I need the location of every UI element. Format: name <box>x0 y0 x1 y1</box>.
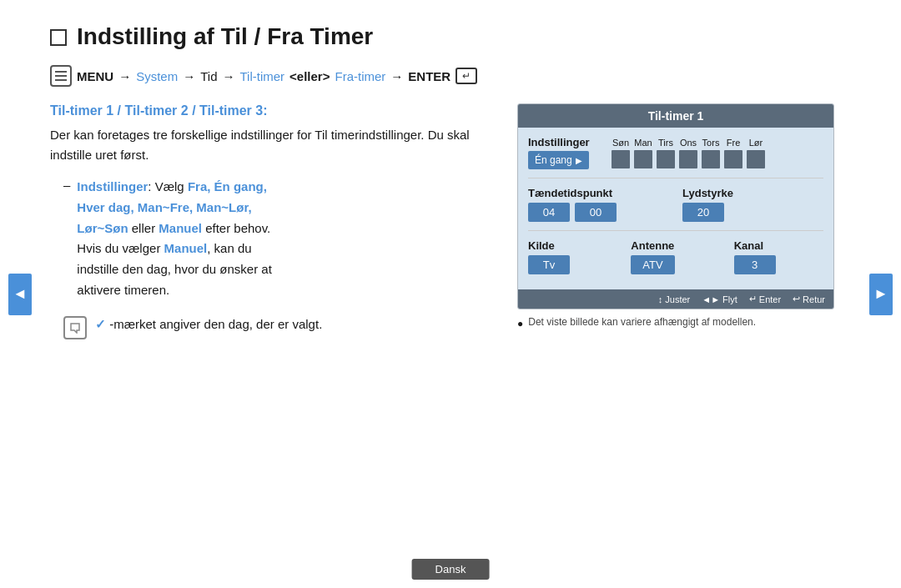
menu-icon <box>50 65 72 87</box>
day-lor: Lør <box>747 138 765 168</box>
tid-link: Tid <box>200 69 217 83</box>
lydstyrke-label: Lydstyrke <box>682 187 823 199</box>
taendet-hour-btn[interactable]: 04 <box>528 203 570 222</box>
arrow4: → <box>390 69 403 83</box>
svg-rect-2 <box>55 79 67 81</box>
enter-label2: Enter <box>759 294 781 304</box>
system-link: System <box>136 69 178 83</box>
enter-icon2: ↵ <box>749 294 757 304</box>
taendet-label: Tændetidspunkt <box>528 187 669 199</box>
juster-label: Juster <box>665 294 690 304</box>
right-content: Til-timer 1 Indstillinger Én gang ▶ <box>517 103 834 329</box>
taendet-values: 04 00 <box>528 203 669 222</box>
content-area: Til-timer 1 / Til-timer 2 / Til-timer 3:… <box>50 103 851 339</box>
flyt-label: Flyt <box>722 294 737 304</box>
day-man-box[interactable] <box>634 150 652 168</box>
kilde-antenne-kanal-row: Kilde Tv Antenne ATV Kanal 3 <box>528 239 823 274</box>
sub-text-content: : Vælg Fra, Én gang,Hver dag, Man~Fre, M… <box>77 179 271 297</box>
day-tors-label: Tors <box>702 138 720 148</box>
divider1 <box>528 178 823 178</box>
checkbox-icon <box>50 29 67 46</box>
kanal-label: Kanal <box>734 239 823 252</box>
bullet-dot: ● <box>517 318 523 329</box>
tv-panel: Til-timer 1 Indstillinger Én gang ▶ <box>517 103 834 309</box>
note-content: -mærket angiver den dag, der er valgt. <box>109 317 322 331</box>
indstillinger-label: Indstillinger <box>528 136 603 148</box>
day-tirs-label: Tirs <box>658 138 673 148</box>
svg-rect-0 <box>55 71 67 73</box>
flyt-icon: ◄► <box>702 294 720 304</box>
setting-arrow-icon: ▶ <box>576 156 582 165</box>
tv-panel-footer: ↕ Juster ◄► Flyt ↵ Enter ↩ Retur <box>518 289 833 309</box>
arrow2: → <box>183 69 195 83</box>
note-text: ✓ -mærket angiver den dag, der er valgt. <box>95 314 322 334</box>
footer-juster: ↕ Juster <box>658 294 690 304</box>
antenne-value-btn[interactable]: ATV <box>631 255 674 274</box>
note-below-text: Det viste billede kan variere afhængigt … <box>528 316 756 328</box>
sub-text: Indstillinger: Vælg Fra, Én gang,Hver da… <box>77 177 271 301</box>
kilde-value-btn[interactable]: Tv <box>528 255 570 274</box>
day-man-label: Man <box>634 138 652 148</box>
taendet-min-btn[interactable]: 00 <box>575 203 617 222</box>
retur-label: Retur <box>803 294 825 304</box>
footer-flyt: ◄► Flyt <box>702 294 737 304</box>
day-lor-box[interactable] <box>747 150 765 168</box>
day-son: Søn <box>612 138 630 168</box>
sub-item: – Indstillinger: Vælg Fra, Én gang,Hver … <box>63 177 492 301</box>
indstillinger-row: Indstillinger Én gang ▶ Søn <box>528 136 823 169</box>
fra-timer-link: Fra-timer <box>335 69 385 83</box>
lydstyrke-value-btn[interactable]: 20 <box>682 203 724 222</box>
lydstyrke-col: Lydstyrke 20 <box>682 187 823 222</box>
tv-panel-body: Indstillinger Én gang ▶ Søn <box>518 128 833 289</box>
day-boxes: Søn Man Tirs <box>612 138 765 168</box>
kilde-label: Kilde <box>528 239 617 252</box>
note-icon <box>63 316 87 339</box>
enter-icon: ↵ <box>456 68 477 84</box>
footer-retur: ↩ Retur <box>793 294 825 304</box>
juster-icon: ↕ <box>658 294 663 304</box>
day-man: Man <box>634 138 652 168</box>
day-fre-box[interactable] <box>724 150 742 168</box>
retur-icon: ↩ <box>793 294 800 304</box>
dash: – <box>63 178 70 301</box>
day-ons-box[interactable] <box>679 150 697 168</box>
checkmark: ✓ <box>95 317 106 331</box>
page-title-row: Indstilling af Til / Fra Timer <box>50 23 851 50</box>
day-tors-box[interactable] <box>702 150 720 168</box>
indstillinger-col: Indstillinger Én gang ▶ <box>528 136 603 169</box>
arrow1: → <box>118 69 131 83</box>
day-tirs: Tirs <box>657 138 675 168</box>
day-lor-label: Lør <box>749 138 763 148</box>
day-son-label: Søn <box>612 138 629 148</box>
tv-panel-header: Til-timer 1 <box>518 104 833 128</box>
kilde-col: Kilde Tv <box>528 239 617 274</box>
kanal-value-btn[interactable]: 3 <box>734 255 776 274</box>
language-bar: Dansk <box>412 559 490 580</box>
antenne-label: Antenne <box>631 239 720 252</box>
main-content: Indstilling af Til / Fra Timer MENU → Sy… <box>0 0 901 356</box>
day-son-box[interactable] <box>612 150 630 168</box>
section-desc: Der kan foretages tre forskellige indsti… <box>50 125 492 165</box>
left-content: Til-timer 1 / Til-timer 2 / Til-timer 3:… <box>50 103 492 339</box>
day-tirs-box[interactable] <box>657 150 675 168</box>
note-area: ✓ -mærket angiver den dag, der er valgt. <box>63 314 492 339</box>
svg-rect-1 <box>55 75 67 77</box>
day-ons: Ons <box>679 138 697 168</box>
day-ons-label: Ons <box>680 138 697 148</box>
antenne-col: Antenne ATV <box>631 239 720 274</box>
divider2 <box>528 230 823 231</box>
day-fre: Fre <box>724 138 742 168</box>
setting-value-text: Én gang <box>535 154 572 166</box>
menu-path: MENU → System → Tid → Til-timer <eller> … <box>50 65 851 87</box>
note-below: ● Det viste billede kan variere afhængig… <box>517 316 834 329</box>
indstillinger-label: Indstillinger <box>77 179 148 193</box>
taendet-col: Tændetidspunkt 04 00 <box>528 187 669 222</box>
page-title: Indstilling af Til / Fra Timer <box>77 23 373 50</box>
taendet-lydstyrke-row: Tændetidspunkt 04 00 Lydstyrke 20 <box>528 187 823 222</box>
day-fre-label: Fre <box>727 138 741 148</box>
footer-enter: ↵ Enter <box>749 294 781 304</box>
arrow3: → <box>222 69 234 83</box>
section-title: Til-timer 1 / Til-timer 2 / Til-timer 3: <box>50 103 492 118</box>
day-tors: Tors <box>702 138 720 168</box>
setting-value-btn[interactable]: Én gang ▶ <box>528 151 589 169</box>
